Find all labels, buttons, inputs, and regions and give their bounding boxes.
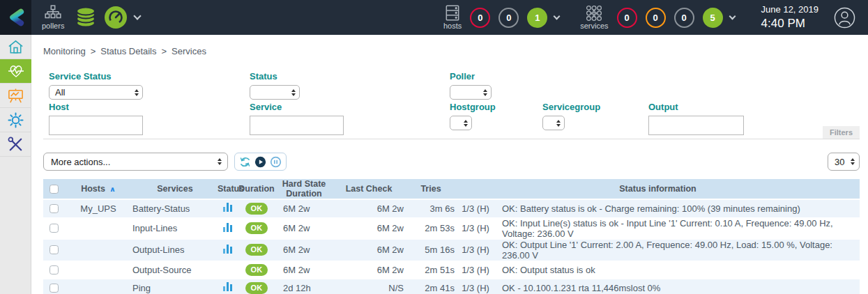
administration-tools-icon	[7, 136, 24, 153]
actions-toolbar: More actions... 30	[43, 153, 860, 171]
output-filter-label: Output	[648, 102, 744, 113]
services-menu[interactable]: services	[580, 5, 608, 30]
row-checkbox[interactable]	[50, 284, 59, 293]
duration-value: 6M 2w	[276, 239, 332, 261]
breadcrumb-separator: >	[162, 46, 167, 56]
top-bar: pollers hosts 0 0 1	[0, 0, 868, 35]
row-checkbox[interactable]	[50, 204, 59, 213]
status-information: OK: Output Line '1' Current: 2.00 A, Fre…	[495, 239, 860, 261]
current-time: 4:40 PM	[761, 16, 818, 31]
hostgroup-select[interactable]	[450, 116, 472, 130]
graph-icon[interactable]	[223, 245, 232, 254]
poller-select[interactable]	[450, 85, 492, 100]
column-header-hosts[interactable]: Hosts∧	[64, 179, 132, 199]
sidebar	[0, 35, 31, 294]
select-arrows-icon	[851, 158, 855, 165]
hosts-chevron-down-icon[interactable]	[554, 13, 561, 20]
pollers-menu[interactable]: pollers	[42, 5, 64, 30]
column-header-status-information[interactable]: Status information	[456, 179, 860, 199]
refresh-controls	[234, 153, 287, 171]
service-name[interactable]: Ping	[132, 279, 218, 294]
hosts-up-counter[interactable]: 1	[527, 8, 547, 28]
column-header-status[interactable]: Status	[218, 179, 237, 199]
select-arrows-icon	[135, 89, 139, 96]
gauge-status-icon[interactable]	[104, 6, 128, 29]
duration-value: 6M 2w	[276, 217, 332, 239]
sort-ascending-icon: ∧	[109, 185, 116, 194]
page-size-select[interactable]: 30	[828, 153, 860, 171]
service-name[interactable]: Input-Lines	[132, 217, 218, 239]
monitoring-heartbeat-icon	[7, 62, 25, 80]
select-all-checkbox[interactable]	[50, 185, 59, 194]
hosts-header-label: Hosts	[81, 184, 105, 194]
graph-icon[interactable]	[223, 282, 232, 291]
output-input[interactable]	[648, 116, 744, 135]
hosts-menu[interactable]: hosts	[443, 5, 462, 30]
service-input[interactable]	[250, 116, 344, 135]
current-date: June 12, 2019	[761, 4, 818, 15]
row-checkbox[interactable]	[50, 224, 59, 233]
sidebar-item-monitoring[interactable]	[0, 59, 31, 84]
play-icon[interactable]	[254, 156, 266, 168]
database-status-icon[interactable]	[74, 6, 98, 29]
refresh-icon[interactable]	[239, 156, 251, 168]
services-label: services	[580, 22, 608, 30]
services-ok-counter[interactable]: 5	[703, 8, 723, 28]
services-table: Hosts∧ Services Status Duration Hard Sta…	[43, 179, 860, 294]
graph-icon[interactable]	[223, 203, 232, 212]
service-name[interactable]: Battery-Status	[132, 199, 218, 217]
pause-icon[interactable]	[270, 156, 282, 168]
clock: June 12, 2019 4:40 PM	[761, 4, 818, 31]
breadcrumb-item-status-details[interactable]: Status Details	[100, 46, 156, 56]
service-status-filter-label: Service Status	[49, 71, 143, 82]
hosts-down-counter[interactable]: 0	[470, 8, 490, 28]
breadcrumb-item-services[interactable]: Services	[172, 46, 206, 56]
hard-state-duration-value: 6M 2w	[332, 239, 406, 261]
host-name[interactable]: My_UPS	[64, 199, 132, 217]
row-checkbox[interactable]	[50, 265, 59, 274]
graph-icon[interactable]	[223, 223, 232, 232]
hosts-label: hosts	[443, 22, 462, 30]
host-input[interactable]	[49, 116, 143, 135]
sidebar-item-administration[interactable]	[0, 132, 31, 157]
select-arrows-icon	[556, 120, 561, 127]
select-arrows-icon	[291, 89, 296, 96]
sidebar-item-configuration[interactable]	[0, 108, 31, 132]
duration-value: 2d 12h	[276, 279, 332, 294]
more-actions-label: More actions...	[51, 157, 110, 167]
table-header-row: Hosts∧ Services Status Duration Hard Sta…	[43, 179, 860, 199]
table-row: Output-Source OK 6M 2w 6M 2w 2m 51s 1/3 …	[43, 261, 860, 279]
user-profile-icon[interactable]	[834, 7, 855, 29]
pollers-label: pollers	[42, 22, 64, 30]
status-badge: OK	[245, 264, 268, 276]
column-header-duration[interactable]: Duration	[237, 179, 276, 199]
poller-status-chevron-down-icon[interactable]	[134, 12, 142, 20]
services-pending-counter[interactable]: 0	[674, 8, 694, 28]
sidebar-item-home[interactable]	[0, 35, 31, 59]
services-chevron-down-icon[interactable]	[729, 13, 736, 20]
duration-value: 6M 2w	[276, 199, 332, 217]
hosts-status-summary: hosts 0 0 1	[443, 5, 559, 30]
service-name[interactable]: Output-Lines	[132, 239, 218, 261]
column-header-last-check[interactable]: Last Check	[332, 179, 406, 199]
sidebar-item-reporting[interactable]	[0, 84, 31, 108]
centreon-logo[interactable]	[0, 0, 31, 35]
column-header-tries[interactable]: Tries	[406, 179, 456, 199]
table-row: Input-Lines OK 6M 2w 6M 2w 2m 53s 1/3 (H…	[43, 217, 860, 239]
servicegroup-select[interactable]	[542, 116, 565, 130]
service-status-select[interactable]: All	[49, 85, 143, 100]
reporting-chart-icon	[7, 87, 24, 105]
hosts-pending-counter[interactable]: 0	[498, 8, 519, 28]
services-warning-counter[interactable]: 0	[646, 8, 666, 28]
column-header-services[interactable]: Services	[132, 179, 218, 199]
more-actions-select[interactable]: More actions...	[43, 153, 228, 171]
status-select[interactable]	[250, 85, 300, 100]
breadcrumb-item-monitoring[interactable]: Monitoring	[43, 46, 86, 56]
poller-filter-label: Poller	[450, 71, 492, 82]
host-name	[64, 217, 132, 239]
row-checkbox[interactable]	[50, 245, 59, 254]
services-critical-counter[interactable]: 0	[617, 8, 637, 28]
service-name[interactable]: Output-Source	[132, 261, 218, 279]
select-arrows-icon	[464, 120, 468, 127]
column-header-hard-state-duration[interactable]: Hard State Duration	[276, 179, 332, 199]
